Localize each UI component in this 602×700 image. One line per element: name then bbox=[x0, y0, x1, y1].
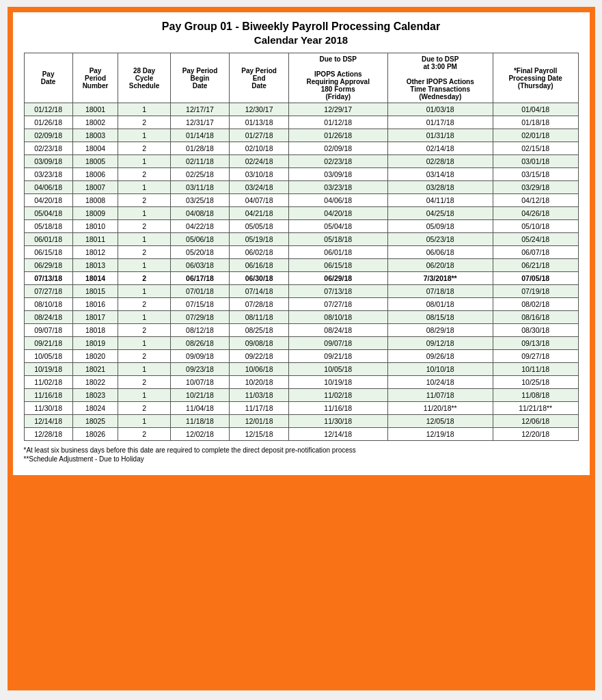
table-cell: 03/24/18 bbox=[230, 181, 289, 194]
table-cell: 2 bbox=[118, 298, 170, 311]
table-cell: 2 bbox=[118, 376, 170, 389]
table-cell: 10/20/18 bbox=[230, 376, 289, 389]
outer-border: Pay Group 01 - Biweekly Payroll Processi… bbox=[8, 7, 595, 690]
table-row: 03/09/1818005102/11/1802/24/1802/23/1802… bbox=[24, 155, 578, 168]
table-cell: 2 bbox=[118, 168, 170, 181]
table-cell: 18008 bbox=[72, 194, 118, 207]
table-cell: 04/07/18 bbox=[230, 194, 289, 207]
table-cell: 10/11/18 bbox=[493, 363, 578, 376]
table-cell: 03/14/18 bbox=[387, 168, 493, 181]
table-row: 09/21/1818019108/26/1809/08/1809/07/1809… bbox=[24, 337, 578, 350]
table-cell: 01/27/18 bbox=[230, 129, 289, 142]
table-cell: 01/12/18 bbox=[288, 116, 387, 129]
table-cell: 08/10/18 bbox=[24, 298, 72, 311]
table-cell: 18018 bbox=[72, 324, 118, 337]
table-cell: 2 bbox=[118, 116, 170, 129]
table-cell: 02/15/18 bbox=[493, 142, 578, 155]
table-cell: 11/02/18 bbox=[24, 376, 72, 389]
table-cell: 7/3/2018** bbox=[387, 272, 493, 285]
table-cell: 07/15/18 bbox=[170, 298, 230, 311]
table-row: 04/20/1818008203/25/1804/07/1804/06/1804… bbox=[24, 194, 578, 207]
table-cell: 08/24/18 bbox=[24, 311, 72, 324]
table-cell: 1 bbox=[118, 415, 170, 428]
table-cell: 04/06/18 bbox=[288, 194, 387, 207]
table-cell: 04/12/18 bbox=[493, 194, 578, 207]
table-cell: 12/06/18 bbox=[493, 415, 578, 428]
table-cell: 11/08/18 bbox=[493, 389, 578, 402]
table-cell: 11/03/18 bbox=[230, 389, 289, 402]
table-cell: 09/27/18 bbox=[493, 350, 578, 363]
table-cell: 05/05/18 bbox=[230, 220, 289, 233]
table-row: 01/12/1818001112/17/1712/30/1712/29/1701… bbox=[24, 103, 578, 116]
table-cell: 05/04/18 bbox=[288, 220, 387, 233]
table-cell: 06/17/18 bbox=[170, 272, 230, 285]
table-cell: 18003 bbox=[72, 129, 118, 142]
table-cell: 09/13/18 bbox=[493, 337, 578, 350]
table-cell: 18017 bbox=[72, 311, 118, 324]
table-cell: 05/20/18 bbox=[170, 246, 230, 259]
table-cell: 08/26/18 bbox=[170, 337, 230, 350]
table-row: 09/07/1818018208/12/1808/25/1808/24/1808… bbox=[24, 324, 578, 337]
table-cell: 1 bbox=[118, 259, 170, 272]
table-cell: 07/28/18 bbox=[230, 298, 289, 311]
table-cell: 18001 bbox=[72, 103, 118, 116]
table-row: 10/19/1818021109/23/1810/06/1810/05/1810… bbox=[24, 363, 578, 376]
table-cell: 04/20/18 bbox=[288, 207, 387, 220]
table-cell: 01/28/18 bbox=[170, 142, 230, 155]
table-cell: 02/01/18 bbox=[493, 129, 578, 142]
table-cell: 07/27/18 bbox=[24, 285, 72, 298]
table-cell: 02/23/18 bbox=[24, 142, 72, 155]
table-cell: 1 bbox=[118, 103, 170, 116]
table-cell: 02/14/18 bbox=[387, 142, 493, 155]
table-cell: 1 bbox=[118, 337, 170, 350]
table-cell: 18011 bbox=[72, 233, 118, 246]
table-cell: 08/30/18 bbox=[493, 324, 578, 337]
table-cell: 06/30/18 bbox=[230, 272, 289, 285]
table-cell: 07/05/18 bbox=[493, 272, 578, 285]
table-cell: 09/26/18 bbox=[387, 350, 493, 363]
table-cell: 08/24/18 bbox=[288, 324, 387, 337]
table-cell: 11/04/18 bbox=[170, 402, 230, 415]
table-cell: 01/17/18 bbox=[387, 116, 493, 129]
table-cell: 06/07/18 bbox=[493, 246, 578, 259]
table-cell: 18015 bbox=[72, 285, 118, 298]
table-row: 11/16/1818023110/21/1811/03/1811/02/1811… bbox=[24, 389, 578, 402]
table-cell: 10/24/18 bbox=[387, 376, 493, 389]
table-cell: 05/04/18 bbox=[24, 207, 72, 220]
header-pp-number: PayPeriodNumber bbox=[72, 53, 118, 103]
table-cell: 12/17/17 bbox=[170, 103, 230, 116]
table-cell: 03/28/18 bbox=[387, 181, 493, 194]
table-cell: 06/01/18 bbox=[24, 233, 72, 246]
table-cell: 2 bbox=[118, 428, 170, 441]
table-cell: 08/02/18 bbox=[493, 298, 578, 311]
inner-container: Pay Group 01 - Biweekly Payroll Processi… bbox=[13, 12, 590, 475]
table-row: 05/18/1818010204/22/1805/05/1805/04/1805… bbox=[24, 220, 578, 233]
table-cell: 03/23/18 bbox=[24, 168, 72, 181]
table-cell: 08/11/18 bbox=[230, 311, 289, 324]
table-cell: 05/24/18 bbox=[493, 233, 578, 246]
table-cell: 10/06/18 bbox=[230, 363, 289, 376]
table-cell: 18013 bbox=[72, 259, 118, 272]
table-cell: 18025 bbox=[72, 415, 118, 428]
table-cell: 02/28/18 bbox=[387, 155, 493, 168]
header-dsp-friday: Due to DSPIPOPS ActionsRequiring Approva… bbox=[288, 53, 387, 103]
table-cell: 12/19/18 bbox=[387, 428, 493, 441]
table-cell: 10/07/18 bbox=[170, 376, 230, 389]
header-begin-date: Pay PeriodBeginDate bbox=[170, 53, 230, 103]
table-cell: 06/03/18 bbox=[170, 259, 230, 272]
table-cell: 05/18/18 bbox=[288, 233, 387, 246]
table-cell: 04/21/18 bbox=[230, 207, 289, 220]
table-cell: 2 bbox=[118, 142, 170, 155]
table-cell: 11/17/18 bbox=[230, 402, 289, 415]
table-row: 07/27/1818015107/01/1807/14/1807/13/1807… bbox=[24, 285, 578, 298]
table-cell: 1 bbox=[118, 311, 170, 324]
table-cell: 1 bbox=[118, 207, 170, 220]
table-cell: 04/20/18 bbox=[24, 194, 72, 207]
table-cell: 10/19/18 bbox=[288, 376, 387, 389]
table-cell: 11/20/18** bbox=[387, 402, 493, 415]
table-cell: 06/15/18 bbox=[288, 259, 387, 272]
table-cell: 05/18/18 bbox=[24, 220, 72, 233]
table-cell: 03/29/18 bbox=[493, 181, 578, 194]
table-cell: 10/25/18 bbox=[493, 376, 578, 389]
table-cell: 02/10/18 bbox=[230, 142, 289, 155]
